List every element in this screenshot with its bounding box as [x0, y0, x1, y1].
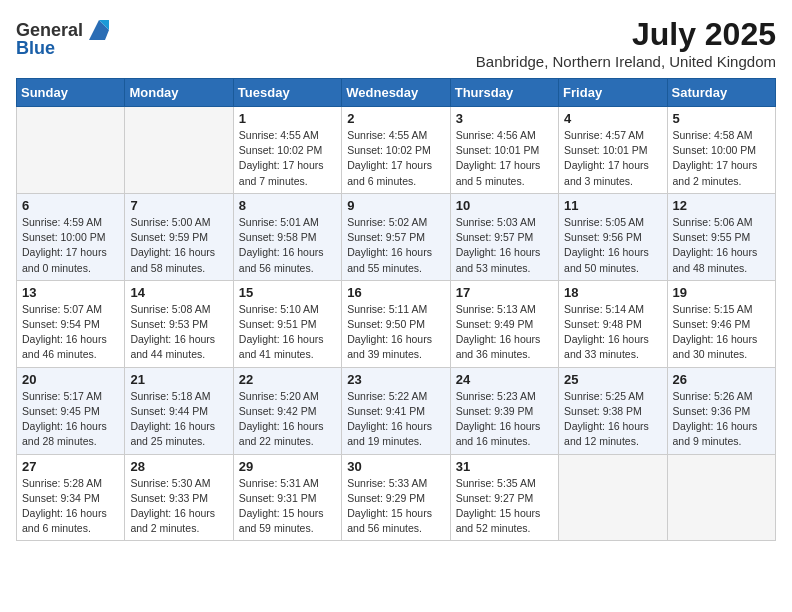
calendar-cell: 11Sunrise: 5:05 AM Sunset: 9:56 PM Dayli… — [559, 193, 667, 280]
day-info: Sunrise: 5:33 AM Sunset: 9:29 PM Dayligh… — [347, 476, 444, 537]
calendar-cell: 20Sunrise: 5:17 AM Sunset: 9:45 PM Dayli… — [17, 367, 125, 454]
calendar-week-row: 6Sunrise: 4:59 AM Sunset: 10:00 PM Dayli… — [17, 193, 776, 280]
day-info: Sunrise: 5:20 AM Sunset: 9:42 PM Dayligh… — [239, 389, 336, 450]
day-info: Sunrise: 5:31 AM Sunset: 9:31 PM Dayligh… — [239, 476, 336, 537]
day-number: 9 — [347, 198, 444, 213]
day-number: 17 — [456, 285, 553, 300]
calendar-cell: 9Sunrise: 5:02 AM Sunset: 9:57 PM Daylig… — [342, 193, 450, 280]
day-number: 28 — [130, 459, 227, 474]
calendar-cell: 6Sunrise: 4:59 AM Sunset: 10:00 PM Dayli… — [17, 193, 125, 280]
calendar-week-row: 1Sunrise: 4:55 AM Sunset: 10:02 PM Dayli… — [17, 107, 776, 194]
day-info: Sunrise: 4:56 AM Sunset: 10:01 PM Daylig… — [456, 128, 553, 189]
calendar-cell: 24Sunrise: 5:23 AM Sunset: 9:39 PM Dayli… — [450, 367, 558, 454]
calendar-cell: 29Sunrise: 5:31 AM Sunset: 9:31 PM Dayli… — [233, 454, 341, 541]
day-number: 27 — [22, 459, 119, 474]
calendar-week-row: 13Sunrise: 5:07 AM Sunset: 9:54 PM Dayli… — [17, 280, 776, 367]
calendar-cell — [667, 454, 775, 541]
day-number: 7 — [130, 198, 227, 213]
day-info: Sunrise: 5:03 AM Sunset: 9:57 PM Dayligh… — [456, 215, 553, 276]
day-number: 23 — [347, 372, 444, 387]
calendar-cell: 16Sunrise: 5:11 AM Sunset: 9:50 PM Dayli… — [342, 280, 450, 367]
calendar-cell: 21Sunrise: 5:18 AM Sunset: 9:44 PM Dayli… — [125, 367, 233, 454]
calendar-cell: 31Sunrise: 5:35 AM Sunset: 9:27 PM Dayli… — [450, 454, 558, 541]
day-info: Sunrise: 5:13 AM Sunset: 9:49 PM Dayligh… — [456, 302, 553, 363]
day-number: 15 — [239, 285, 336, 300]
day-number: 18 — [564, 285, 661, 300]
calendar-cell: 15Sunrise: 5:10 AM Sunset: 9:51 PM Dayli… — [233, 280, 341, 367]
calendar-cell — [17, 107, 125, 194]
calendar-cell — [559, 454, 667, 541]
day-number: 26 — [673, 372, 770, 387]
day-info: Sunrise: 5:30 AM Sunset: 9:33 PM Dayligh… — [130, 476, 227, 537]
main-title: July 2025 — [476, 16, 776, 53]
day-number: 29 — [239, 459, 336, 474]
day-info: Sunrise: 4:58 AM Sunset: 10:00 PM Daylig… — [673, 128, 770, 189]
calendar-cell: 26Sunrise: 5:26 AM Sunset: 9:36 PM Dayli… — [667, 367, 775, 454]
weekday-header: Saturday — [667, 79, 775, 107]
title-block: July 2025 Banbridge, Northern Ireland, U… — [476, 16, 776, 70]
page-header: General Blue July 2025 Banbridge, Northe… — [16, 16, 776, 70]
day-number: 22 — [239, 372, 336, 387]
day-info: Sunrise: 4:57 AM Sunset: 10:01 PM Daylig… — [564, 128, 661, 189]
day-number: 5 — [673, 111, 770, 126]
calendar-week-row: 20Sunrise: 5:17 AM Sunset: 9:45 PM Dayli… — [17, 367, 776, 454]
logo: General Blue — [16, 16, 113, 59]
calendar-cell: 14Sunrise: 5:08 AM Sunset: 9:53 PM Dayli… — [125, 280, 233, 367]
weekday-header: Monday — [125, 79, 233, 107]
day-info: Sunrise: 5:25 AM Sunset: 9:38 PM Dayligh… — [564, 389, 661, 450]
subtitle: Banbridge, Northern Ireland, United King… — [476, 53, 776, 70]
day-info: Sunrise: 5:11 AM Sunset: 9:50 PM Dayligh… — [347, 302, 444, 363]
day-number: 6 — [22, 198, 119, 213]
day-info: Sunrise: 5:23 AM Sunset: 9:39 PM Dayligh… — [456, 389, 553, 450]
calendar-cell: 28Sunrise: 5:30 AM Sunset: 9:33 PM Dayli… — [125, 454, 233, 541]
day-number: 3 — [456, 111, 553, 126]
day-number: 31 — [456, 459, 553, 474]
day-info: Sunrise: 5:08 AM Sunset: 9:53 PM Dayligh… — [130, 302, 227, 363]
calendar-cell: 23Sunrise: 5:22 AM Sunset: 9:41 PM Dayli… — [342, 367, 450, 454]
calendar-cell: 2Sunrise: 4:55 AM Sunset: 10:02 PM Dayli… — [342, 107, 450, 194]
logo-icon — [85, 16, 113, 44]
calendar-cell: 13Sunrise: 5:07 AM Sunset: 9:54 PM Dayli… — [17, 280, 125, 367]
day-info: Sunrise: 5:18 AM Sunset: 9:44 PM Dayligh… — [130, 389, 227, 450]
day-info: Sunrise: 4:55 AM Sunset: 10:02 PM Daylig… — [239, 128, 336, 189]
day-info: Sunrise: 5:05 AM Sunset: 9:56 PM Dayligh… — [564, 215, 661, 276]
weekday-header: Tuesday — [233, 79, 341, 107]
day-info: Sunrise: 5:28 AM Sunset: 9:34 PM Dayligh… — [22, 476, 119, 537]
day-number: 16 — [347, 285, 444, 300]
calendar-cell: 22Sunrise: 5:20 AM Sunset: 9:42 PM Dayli… — [233, 367, 341, 454]
day-number: 11 — [564, 198, 661, 213]
logo-blue: Blue — [16, 38, 55, 59]
day-info: Sunrise: 5:07 AM Sunset: 9:54 PM Dayligh… — [22, 302, 119, 363]
day-number: 25 — [564, 372, 661, 387]
day-number: 2 — [347, 111, 444, 126]
day-info: Sunrise: 5:06 AM Sunset: 9:55 PM Dayligh… — [673, 215, 770, 276]
calendar-header-row: SundayMondayTuesdayWednesdayThursdayFrid… — [17, 79, 776, 107]
calendar-table: SundayMondayTuesdayWednesdayThursdayFrid… — [16, 78, 776, 541]
day-info: Sunrise: 4:55 AM Sunset: 10:02 PM Daylig… — [347, 128, 444, 189]
calendar-cell: 5Sunrise: 4:58 AM Sunset: 10:00 PM Dayli… — [667, 107, 775, 194]
calendar-cell: 8Sunrise: 5:01 AM Sunset: 9:58 PM Daylig… — [233, 193, 341, 280]
calendar-cell: 7Sunrise: 5:00 AM Sunset: 9:59 PM Daylig… — [125, 193, 233, 280]
day-info: Sunrise: 4:59 AM Sunset: 10:00 PM Daylig… — [22, 215, 119, 276]
day-info: Sunrise: 5:26 AM Sunset: 9:36 PM Dayligh… — [673, 389, 770, 450]
day-number: 24 — [456, 372, 553, 387]
day-info: Sunrise: 5:14 AM Sunset: 9:48 PM Dayligh… — [564, 302, 661, 363]
weekday-header: Wednesday — [342, 79, 450, 107]
day-number: 12 — [673, 198, 770, 213]
day-number: 1 — [239, 111, 336, 126]
day-info: Sunrise: 5:02 AM Sunset: 9:57 PM Dayligh… — [347, 215, 444, 276]
day-number: 20 — [22, 372, 119, 387]
day-info: Sunrise: 5:01 AM Sunset: 9:58 PM Dayligh… — [239, 215, 336, 276]
day-info: Sunrise: 5:15 AM Sunset: 9:46 PM Dayligh… — [673, 302, 770, 363]
day-info: Sunrise: 5:35 AM Sunset: 9:27 PM Dayligh… — [456, 476, 553, 537]
calendar-cell: 12Sunrise: 5:06 AM Sunset: 9:55 PM Dayli… — [667, 193, 775, 280]
day-number: 21 — [130, 372, 227, 387]
day-info: Sunrise: 5:10 AM Sunset: 9:51 PM Dayligh… — [239, 302, 336, 363]
weekday-header: Friday — [559, 79, 667, 107]
calendar-week-row: 27Sunrise: 5:28 AM Sunset: 9:34 PM Dayli… — [17, 454, 776, 541]
calendar-cell: 19Sunrise: 5:15 AM Sunset: 9:46 PM Dayli… — [667, 280, 775, 367]
day-number: 13 — [22, 285, 119, 300]
day-number: 30 — [347, 459, 444, 474]
day-number: 19 — [673, 285, 770, 300]
day-info: Sunrise: 5:00 AM Sunset: 9:59 PM Dayligh… — [130, 215, 227, 276]
